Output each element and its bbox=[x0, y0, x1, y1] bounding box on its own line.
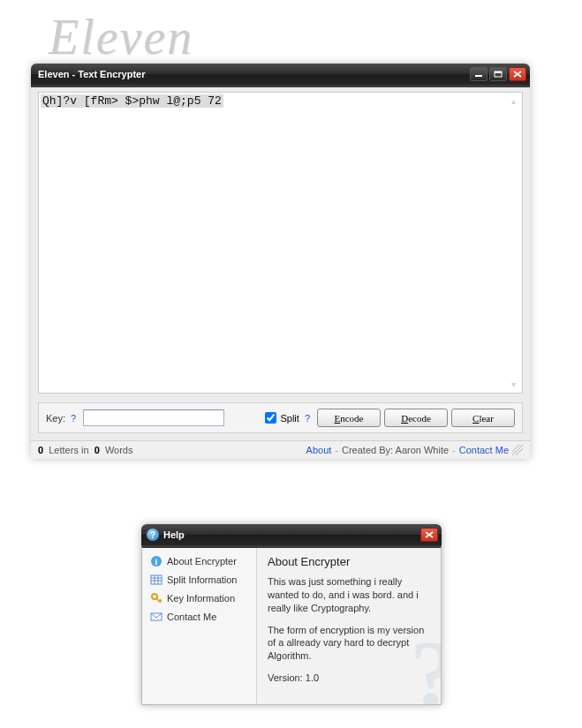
main-window: Eleven - Text Encrypter Qh]?v [fRm> $>ph… bbox=[31, 64, 530, 459]
app-logo: Eleven bbox=[49, 9, 193, 65]
help-close-button[interactable] bbox=[420, 528, 438, 542]
split-help-icon[interactable]: ? bbox=[305, 413, 310, 424]
status-left: 0 Letters in 0 Words bbox=[38, 445, 306, 455]
grid-icon bbox=[149, 573, 163, 586]
separator: - bbox=[335, 445, 338, 455]
window-body: Qh]?v [fRm> $>phw l@;p5 72 ▴ ▾ Key: ? Sp… bbox=[31, 85, 530, 440]
key-label: Key: bbox=[46, 413, 65, 424]
status-bar: 0 Letters in 0 Words About - Created By:… bbox=[31, 440, 530, 459]
words-label: Words bbox=[105, 445, 133, 455]
close-button[interactable] bbox=[509, 67, 526, 81]
resize-grip[interactable] bbox=[512, 445, 523, 455]
text-area[interactable]: Qh]?v [fRm> $>phw l@;p5 72 ▴ ▾ bbox=[38, 92, 523, 394]
nav-label: Contact Me bbox=[167, 612, 216, 622]
letters-label: Letters in bbox=[49, 445, 88, 455]
minimize-icon bbox=[474, 71, 483, 78]
clear-button[interactable]: Clear bbox=[451, 409, 515, 427]
scroll-down-icon[interactable]: ▾ bbox=[507, 378, 520, 391]
about-link[interactable]: About bbox=[306, 445, 332, 455]
nav-label: Split Information bbox=[167, 574, 237, 585]
split-label: Split bbox=[280, 413, 299, 424]
help-body: i About Encrypter Split Information Key … bbox=[141, 545, 442, 705]
svg-rect-2 bbox=[495, 71, 502, 73]
maximize-icon bbox=[494, 71, 503, 78]
nav-label: Key Information bbox=[167, 593, 235, 604]
nav-label: About Encrypter bbox=[167, 556, 237, 567]
info-icon: i bbox=[149, 554, 163, 567]
created-by-label: Created By: Aaron White bbox=[342, 445, 449, 455]
help-titlebar[interactable]: ? Help bbox=[141, 524, 442, 545]
maximize-button[interactable] bbox=[489, 67, 507, 81]
window-title: Eleven - Text Encrypter bbox=[38, 69, 468, 79]
help-content: ? About Encrypter This was just somethin… bbox=[257, 548, 441, 704]
svg-text:i: i bbox=[155, 557, 157, 567]
svg-rect-0 bbox=[475, 75, 482, 77]
close-icon bbox=[513, 71, 522, 78]
help-version: Version: 1.0 bbox=[268, 672, 430, 685]
controls-row: Key: ? Split ? Encode Decode Clear bbox=[38, 402, 523, 433]
help-heading: About Encrypter bbox=[268, 555, 430, 568]
help-paragraph-1: This was just something i really wanted … bbox=[268, 575, 430, 615]
separator: - bbox=[452, 445, 456, 455]
nav-about-encrypter[interactable]: i About Encrypter bbox=[142, 552, 256, 570]
nav-key-information[interactable]: Key Information bbox=[142, 589, 256, 607]
help-window: ? Help i About Encrypter Split Informati… bbox=[141, 524, 442, 705]
words-count: 0 bbox=[94, 445, 100, 455]
nav-contact-me[interactable]: Contact Me bbox=[142, 607, 256, 626]
key-icon bbox=[149, 591, 163, 604]
contact-link[interactable]: Contact Me bbox=[459, 445, 509, 455]
nav-split-information[interactable]: Split Information bbox=[142, 570, 256, 589]
minimize-button[interactable] bbox=[470, 67, 488, 81]
help-paragraph-2: The form of encryption is my version of … bbox=[268, 624, 430, 664]
text-content: Qh]?v [fRm> $>phw l@;p5 72 bbox=[41, 94, 223, 108]
close-icon bbox=[425, 531, 434, 538]
titlebar[interactable]: Eleven - Text Encrypter bbox=[31, 64, 530, 85]
split-checkbox[interactable] bbox=[265, 412, 276, 424]
help-title: Help bbox=[163, 529, 419, 540]
svg-rect-5 bbox=[151, 575, 162, 584]
key-help-icon[interactable]: ? bbox=[71, 413, 76, 424]
decode-button[interactable]: Decode bbox=[384, 409, 448, 427]
mail-icon bbox=[149, 610, 163, 623]
letters-count: 0 bbox=[38, 445, 43, 455]
help-nav: i About Encrypter Split Information Key … bbox=[142, 548, 257, 704]
help-title-icon: ? bbox=[147, 529, 159, 541]
encode-button[interactable]: Encode bbox=[317, 409, 381, 427]
key-input[interactable] bbox=[83, 409, 224, 426]
scroll-up-icon[interactable]: ▴ bbox=[507, 94, 520, 108]
